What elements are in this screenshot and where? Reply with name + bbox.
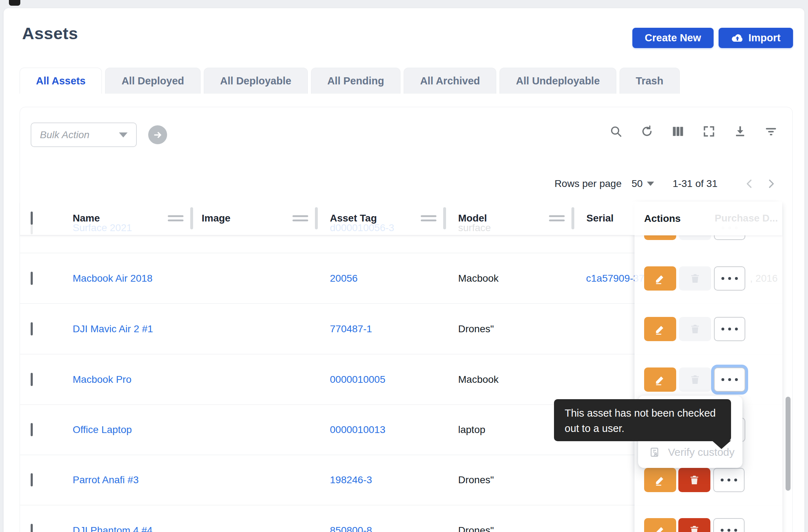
assets-page: Assets Create New Import All Assets All … [0,0,808,532]
asset-tag-link[interactable]: 20056 [330,273,358,284]
rows-per-page-label: Rows per page [554,178,621,189]
download-icon[interactable] [733,124,747,139]
tooltip: This asset has not been checked out to a… [554,399,731,441]
column-divider[interactable] [190,207,193,229]
delete-button-disabled [679,266,711,291]
delete-button[interactable] [678,518,710,532]
column-divider[interactable] [315,207,318,229]
tab-all-pending[interactable]: All Pending [311,68,401,94]
delete-button[interactable] [678,468,710,492]
row-actions [644,317,745,341]
create-new-label: Create New [645,32,701,44]
edit-button[interactable] [644,367,676,392]
row-actions [644,518,745,532]
asset-model: Drones" [458,323,494,335]
row-checkbox[interactable] [31,524,33,532]
search-icon[interactable] [609,124,623,139]
more-actions-button[interactable] [714,317,745,341]
asset-name-link[interactable]: Parrot Anafi #3 [73,474,139,486]
more-actions-button[interactable] [713,518,745,532]
chevron-down-icon [647,182,654,186]
asset-name-link[interactable]: DJI Phantom 4 #4 [73,525,152,532]
asset-name-link[interactable]: Macbook Air 2018 [73,273,152,284]
row-actions [644,266,745,291]
import-button[interactable]: Import [719,28,793,48]
column-divider[interactable] [443,207,446,229]
column-header-image[interactable]: Image [202,213,231,224]
tab-all-deployed[interactable]: All Deployed [105,68,201,94]
table-panel: Bulk Action [20,107,793,532]
tab-trash[interactable]: Trash [620,68,680,94]
row-actions [644,367,745,392]
asset-name-link[interactable]: DJI Mavic Air 2 #1 [73,323,153,335]
import-label: Import [749,32,781,44]
asset-model: Macbook [458,273,499,284]
pagination-range: 1-31 of 31 [673,178,718,189]
row-checkbox[interactable] [31,322,33,335]
header-buttons: Create New Import [632,28,793,48]
tab-all-assets[interactable]: All Assets [20,68,102,94]
pagination-bar: Rows per page 50 1-31 of 31 [20,175,782,193]
delete-button-disabled [679,367,711,392]
edit-button[interactable] [644,317,676,341]
edit-button[interactable] [644,266,676,291]
tab-bar: All Assets All Deployed All Deployable A… [20,68,680,94]
column-header-model[interactable]: Model [458,213,487,224]
screen-corner-artifact [9,0,20,6]
asset-model: laptop [458,424,485,435]
asset-model: Drones" [458,525,494,532]
column-header-serial[interactable]: Serial [586,213,613,224]
tab-all-deployable[interactable]: All Deployable [204,68,308,94]
chevron-down-icon [119,132,128,137]
vertical-scrollbar-thumb[interactable] [786,397,791,491]
next-page-button[interactable] [760,176,782,192]
row-checkbox[interactable] [31,272,33,285]
asset-tag-link[interactable]: 770487-1 [330,323,372,335]
filter-icon[interactable] [764,124,778,139]
column-resize-handle[interactable] [168,215,183,221]
column-resize-handle[interactable] [292,215,308,221]
create-new-button[interactable]: Create New [632,28,714,48]
asset-name-link[interactable]: Macbook Pro [73,374,131,385]
delete-button-disabled [679,317,711,341]
column-divider[interactable] [571,207,574,229]
bulk-action-placeholder: Bulk Action [40,129,89,141]
column-header-name[interactable]: Name [73,213,100,224]
column-resize-handle[interactable] [549,215,565,221]
arrow-right-icon [153,130,162,140]
actions-header-cell: Actions [635,202,782,235]
previous-page-button[interactable] [739,176,760,192]
asset-tag-link[interactable]: 198246-3 [330,474,372,486]
columns-icon[interactable] [671,124,685,139]
asset-model: Macbook [458,374,499,385]
more-actions-button-focused[interactable] [714,367,745,392]
edit-button[interactable] [644,518,676,532]
asset-tag-link[interactable]: 0000010005 [330,374,385,385]
more-actions-button[interactable] [713,468,745,492]
row-checkbox[interactable] [31,423,33,436]
tab-all-undeployable[interactable]: All Undeployable [499,68,616,94]
page-title: Assets [22,24,78,43]
row-checkbox[interactable] [31,373,33,386]
cloud-upload-icon [731,33,744,43]
asset-model: Drones" [458,474,494,486]
asset-name-link[interactable]: Office Laptop [73,424,132,435]
edit-button[interactable] [644,468,676,492]
apply-bulk-action-button[interactable] [148,125,167,144]
more-actions-button[interactable] [714,266,745,291]
column-header-actions: Actions [644,213,681,224]
column-resize-handle[interactable] [421,215,436,221]
fullscreen-icon[interactable] [702,124,716,139]
refresh-icon[interactable] [640,124,654,139]
select-all-checkbox[interactable] [31,212,33,225]
tab-all-archived[interactable]: All Archived [404,68,496,94]
rows-per-page-select[interactable]: 50 [632,178,654,189]
row-checkbox[interactable] [31,473,33,486]
table-tools [609,124,778,139]
asset-tag-link[interactable]: 0000010013 [330,424,385,435]
tooltip-arrow [712,440,731,449]
bulk-action-select[interactable]: Bulk Action [31,122,137,147]
asset-tag-link[interactable]: 850800-8 [330,525,372,532]
row-actions [644,468,745,492]
column-header-asset-tag[interactable]: Asset Tag [330,213,377,224]
